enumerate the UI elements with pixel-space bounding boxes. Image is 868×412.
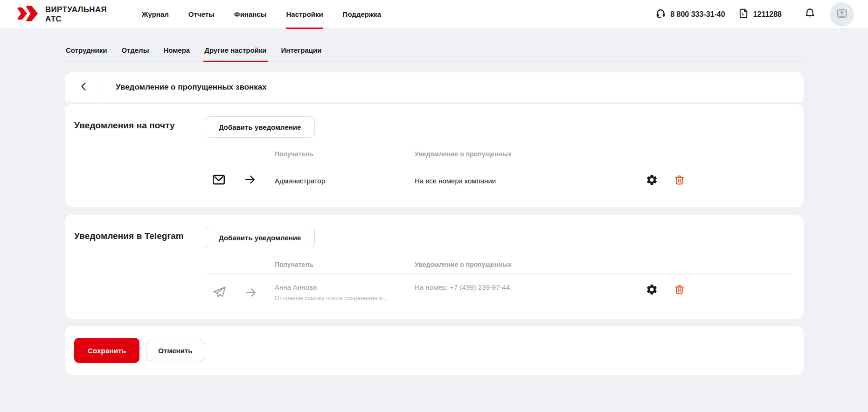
telegram-notifications-card: Уведомления в Telegram Добавить уведомле… (65, 215, 804, 319)
headset-icon (655, 8, 666, 21)
mail-icon (212, 173, 226, 189)
add-email-notification-button[interactable]: Добавить уведомление (205, 116, 315, 138)
delete-notification-button[interactable] (674, 174, 685, 187)
nav-item-journal[interactable]: Журнал (132, 0, 179, 29)
main-nav: Журнал Отчеты Финансы Настройки Поддержк… (132, 0, 391, 29)
delete-notification-button[interactable] (674, 284, 685, 297)
trash-icon (674, 174, 685, 187)
email-section-title: Уведомления на почту (74, 116, 205, 190)
settings-tabs: Сотрудники Отделы Номера Другие настройк… (65, 46, 804, 62)
nav-item-reports[interactable]: Отчеты (179, 0, 224, 29)
trash-icon (674, 284, 685, 297)
nav-item-settings[interactable]: Настройки (276, 0, 333, 29)
table-row: Администратор На все номера компании (205, 164, 792, 190)
tab-numbers[interactable]: Номера (162, 46, 191, 61)
page-title-card: Уведомление о пропущенных звонках (65, 72, 804, 102)
avatar-icon (836, 7, 848, 21)
tab-other-settings[interactable]: Другие настройки (203, 46, 267, 61)
support-phone[interactable]: 8 800 333-31-40 (655, 8, 725, 21)
bell-icon (804, 7, 816, 21)
gear-icon (646, 174, 658, 188)
back-button[interactable] (65, 72, 103, 102)
profile-avatar[interactable] (830, 2, 854, 27)
column-header-notification: Уведомление о пропущенных (415, 261, 625, 268)
recipient-name: Администратор (275, 177, 415, 185)
notifications-button[interactable] (804, 7, 816, 21)
nav-item-finance[interactable]: Финансы (224, 0, 277, 29)
edit-settings-button[interactable] (646, 174, 658, 188)
page-title: Уведомление о пропущенных звонках (103, 72, 267, 102)
brand-chevrons-icon (17, 4, 39, 25)
table-row: Анна Аннова Отправим ссылку после сохран… (205, 275, 792, 302)
email-notifications-table: Получатель Уведомление о пропущенных (205, 150, 792, 190)
column-header-recipient: Получатель (275, 150, 415, 158)
content-container: Сотрудники Отделы Номера Другие настройк… (65, 46, 804, 375)
recipient-name: Анна Аннова (275, 283, 415, 291)
tab-employees[interactable]: Сотрудники (65, 46, 108, 61)
arrow-right-icon (243, 173, 257, 188)
arrow-right-icon (244, 286, 257, 301)
add-telegram-notification-button[interactable]: Добавить уведомление (205, 227, 315, 248)
telegram-icon (212, 285, 227, 302)
save-button[interactable]: Сохранить (74, 338, 139, 363)
form-actions-card: Сохранить Отменить (65, 326, 804, 375)
notification-scope: На номер: +7 (499) 239-97-44. (415, 283, 625, 291)
edit-settings-button[interactable] (646, 283, 658, 297)
telegram-section-title: Уведомления в Telegram (74, 227, 205, 302)
gear-icon (646, 283, 658, 297)
telegram-notifications-table: Получатель Уведомление о пропущенных (205, 261, 792, 302)
tab-departments[interactable]: Отделы (120, 46, 150, 61)
logo-text: ВИРТУАЛЬНАЯАТС (45, 5, 107, 23)
nav-item-support[interactable]: Поддержка (333, 0, 391, 29)
column-header-notification: Уведомление о пропущенных (415, 150, 625, 158)
tab-integrations[interactable]: Интеграции (280, 46, 323, 61)
support-phone-number: 8 800 333-31-40 (670, 10, 725, 19)
notification-scope: На все номера компании (415, 177, 625, 185)
recipient-cell: Анна Аннова Отправим ссылку после сохран… (275, 283, 415, 301)
recipient-subtitle: Отправим ссылку после сохранения н... (275, 294, 410, 301)
app-header: ВИРТУАЛЬНАЯАТС Журнал Отчеты Финансы Нас… (0, 0, 868, 29)
account-number: 1211288 (753, 10, 782, 19)
email-notifications-card: Уведомления на почту Добавить уведомлени… (65, 104, 804, 207)
account[interactable]: 1211288 (738, 8, 782, 21)
chevron-left-icon (78, 81, 90, 94)
column-header-recipient: Получатель (275, 261, 415, 268)
document-icon (738, 8, 749, 21)
cancel-button[interactable]: Отменить (146, 340, 204, 361)
logo[interactable]: ВИРТУАЛЬНАЯАТС (17, 4, 107, 25)
header-right: 8 800 333-31-40 1211288 (655, 2, 854, 27)
